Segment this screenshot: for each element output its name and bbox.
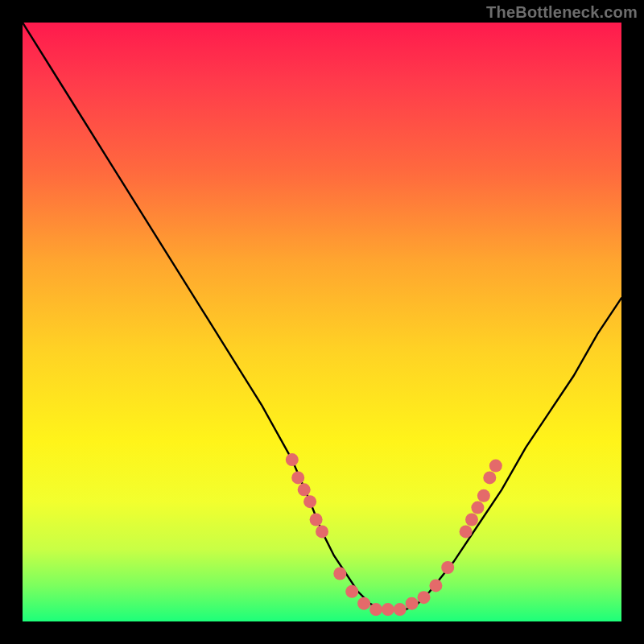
highlight-dots-group: [286, 453, 502, 616]
highlight-dot: [345, 585, 358, 598]
highlight-dot: [429, 579, 442, 592]
highlight-dot: [489, 460, 502, 473]
highlight-dot: [441, 561, 454, 574]
highlight-dot: [310, 514, 323, 526]
highlight-dot: [483, 471, 496, 484]
highlight-dot: [291, 471, 304, 484]
highlight-dot: [357, 597, 370, 610]
curve-svg: [23, 23, 621, 621]
highlight-dot: [406, 597, 419, 610]
highlight-dot: [460, 525, 473, 538]
highlight-dot: [303, 495, 316, 508]
highlight-dot: [286, 453, 299, 466]
highlight-dot: [471, 502, 484, 514]
highlight-dot: [333, 568, 346, 580]
highlight-dot: [394, 603, 407, 616]
chart-frame: TheBottleneck.com: [0, 0, 644, 644]
highlight-dot: [465, 514, 478, 526]
highlight-dot: [298, 483, 311, 496]
highlight-dot: [369, 603, 382, 616]
plot-area: [23, 23, 621, 621]
highlight-dot: [477, 489, 490, 502]
highlight-dot: [382, 603, 394, 616]
highlight-dot: [316, 525, 328, 538]
watermark-text: TheBottleneck.com: [486, 3, 638, 22]
highlight-dot: [418, 591, 431, 604]
